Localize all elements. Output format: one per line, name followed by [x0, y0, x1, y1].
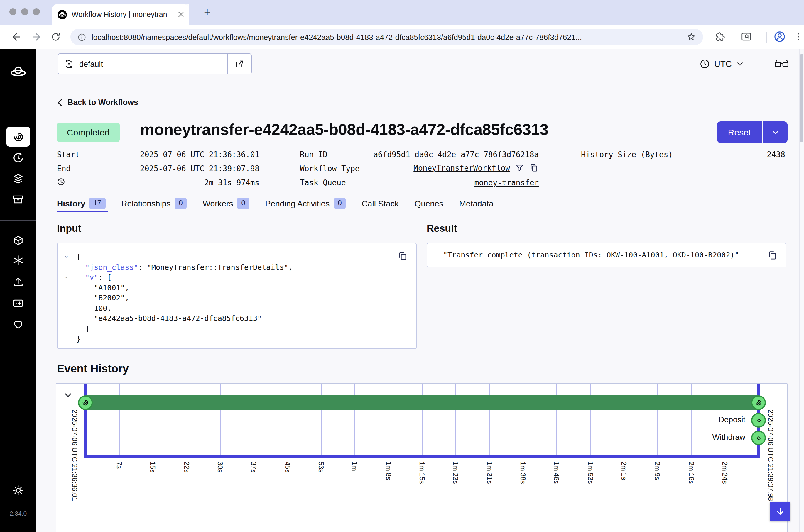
- withdraw-label: Withdraw: [712, 433, 745, 442]
- sidebar-item-batch-operations[interactable]: [12, 173, 24, 185]
- page-scrollbar-thumb[interactable]: [800, 54, 803, 142]
- workflow-type-link[interactable]: MoneyTransferWorkflow: [413, 163, 510, 172]
- theme-toggle-sun-icon[interactable]: [12, 484, 24, 496]
- forward-icon[interactable]: [31, 31, 42, 43]
- external-link-icon: [235, 59, 244, 69]
- deposit-label: Deposit: [718, 415, 745, 424]
- sidebar-item-namespaces[interactable]: [12, 235, 24, 246]
- namespace-icon: [64, 59, 74, 69]
- timeline-gridline: [119, 384, 120, 455]
- event-spiral-icon: [755, 399, 762, 406]
- event-spiral-icon: [81, 399, 89, 406]
- input-heading: Input: [57, 223, 81, 235]
- timeline-tick-label: 1m 46s: [553, 462, 560, 483]
- timeline-collapse-chevron-icon[interactable]: [63, 391, 73, 400]
- labs-glasses-icon[interactable]: [775, 59, 789, 69]
- sidebar-item-workflows[interactable]: [6, 127, 30, 147]
- search-tabs-icon[interactable]: [741, 31, 752, 42]
- browser-tab[interactable]: Workflow History | moneytran: [52, 4, 189, 25]
- tab-call-stack[interactable]: Call Stack: [362, 198, 399, 208]
- copy-input-icon[interactable]: [398, 251, 408, 261]
- timeline-tick-label: 1m 8s: [385, 462, 392, 480]
- toolbar-divider-2: [766, 32, 767, 43]
- status-badge: Completed: [57, 122, 119, 142]
- timeline-start-date: 2025-07-06 UTC 21:36:36.01: [71, 410, 79, 501]
- clock-icon: [699, 59, 710, 69]
- screenshot-root: Workflow History | moneytran + localhost…: [0, 0, 804, 532]
- timeline-gridline: [658, 384, 658, 455]
- reset-button[interactable]: Reset: [717, 121, 762, 143]
- back-to-workflows-link[interactable]: Back to Workflows: [57, 98, 138, 107]
- namespace-external-link[interactable]: [228, 53, 252, 75]
- tab-history[interactable]: History17: [57, 198, 105, 209]
- end-value: 2025-07-06 UTC 21:39:07.98: [118, 164, 259, 173]
- tab-pending-activities-count: 0: [334, 198, 345, 209]
- temporal-favicon: [57, 10, 67, 19]
- sidebar-item-nexus[interactable]: [12, 254, 24, 266]
- timeline-gridline: [254, 384, 255, 455]
- namespace-name: default: [79, 59, 103, 68]
- timeline-gridline: [186, 384, 187, 455]
- tab-metadata[interactable]: Metadata: [459, 198, 493, 208]
- window-close-dot[interactable]: [10, 8, 16, 15]
- sidebar-item-schedules[interactable]: [12, 152, 24, 164]
- history-size-value: 2438: [682, 150, 785, 159]
- task-queue-link[interactable]: money-transfer: [474, 178, 539, 187]
- extensions-icon[interactable]: [715, 31, 726, 42]
- bookmark-star-icon[interactable]: [687, 32, 696, 42]
- input-code-box: ›{ "json_class": "MoneyTransfer::Transfe…: [57, 243, 417, 349]
- sidebar-item-feedback[interactable]: [12, 319, 24, 330]
- timeline-gridline: [523, 384, 523, 455]
- input-code[interactable]: ›{ "json_class": "MoneyTransfer::Transfe…: [63, 252, 393, 344]
- workflow-end-marker[interactable]: [751, 395, 766, 410]
- timeline-tick-label: 2m 1s: [620, 462, 628, 480]
- temporal-logo[interactable]: [10, 63, 27, 81]
- sidebar-item-labs[interactable]: [12, 297, 24, 309]
- reload-icon[interactable]: [51, 32, 61, 42]
- timeline-gridline: [321, 384, 322, 455]
- copy-workflow-type-icon[interactable]: [529, 163, 539, 172]
- event-history-timeline: 7s15s22s30s37s45s53s1m1m 8s1m 15s1m 23s1…: [56, 383, 788, 532]
- new-tab-button[interactable]: +: [200, 5, 215, 20]
- scroll-to-bottom-button[interactable]: [770, 502, 790, 521]
- tab-workers[interactable]: Workers0: [203, 198, 249, 209]
- deposit-marker[interactable]: [751, 413, 766, 428]
- sidebar-item-import[interactable]: [12, 276, 24, 288]
- timezone-value: UTC: [714, 59, 732, 69]
- timeline-tick-label: 22s: [183, 462, 190, 473]
- tab-relationships-count: 0: [174, 198, 187, 209]
- tab-pending-activities[interactable]: Pending Activities0: [265, 198, 346, 209]
- workflow-execution-bar[interactable]: [86, 395, 759, 410]
- tab-relationships[interactable]: Relationships0: [121, 198, 187, 209]
- tab-title-fade: [174, 4, 189, 25]
- withdraw-marker[interactable]: [751, 431, 766, 445]
- timeline-tick-label: 1m 38s: [519, 462, 526, 483]
- url-text[interactable]: localhost:8080/namespaces/default/workfl…: [92, 33, 687, 41]
- back-icon[interactable]: [11, 31, 22, 43]
- sidebar-item-archive[interactable]: [12, 193, 24, 205]
- workflow-start-marker[interactable]: [78, 395, 93, 410]
- profile-avatar-icon[interactable]: [773, 31, 786, 43]
- site-info-icon[interactable]: [77, 33, 86, 41]
- timeline-gridline: [489, 384, 490, 455]
- timezone-selector[interactable]: UTC: [699, 49, 744, 79]
- timeline-tick-label: 45s: [284, 462, 291, 473]
- browser-menu-kebab-icon[interactable]: [793, 32, 803, 42]
- copy-result-icon[interactable]: [768, 250, 778, 261]
- timeline-gridline: [355, 384, 355, 455]
- workflow-title: moneytransfer-e4242aa5-b08d-4183-a472-df…: [140, 121, 548, 139]
- tab-queries[interactable]: Queries: [415, 198, 443, 208]
- timeline-tick-label: 1m 23s: [452, 462, 459, 483]
- chevron-left-icon: [57, 98, 63, 107]
- filter-funnel-icon[interactable]: [515, 163, 524, 172]
- window-minimize-dot[interactable]: [21, 8, 28, 15]
- window-zoom-dot[interactable]: [33, 8, 40, 15]
- url-bar[interactable]: localhost:8080/namespaces/default/workfl…: [71, 29, 703, 45]
- timeline-gridline: [456, 384, 456, 455]
- result-box: "Transfer complete (transaction IDs: OKW…: [427, 243, 786, 267]
- sidebar-divider: [0, 220, 36, 221]
- timeline-bottom-axis: [84, 455, 760, 457]
- namespace-selector[interactable]: default: [57, 53, 228, 75]
- app-version: 2.34.0: [0, 510, 36, 517]
- reset-dropdown-button[interactable]: [763, 121, 788, 143]
